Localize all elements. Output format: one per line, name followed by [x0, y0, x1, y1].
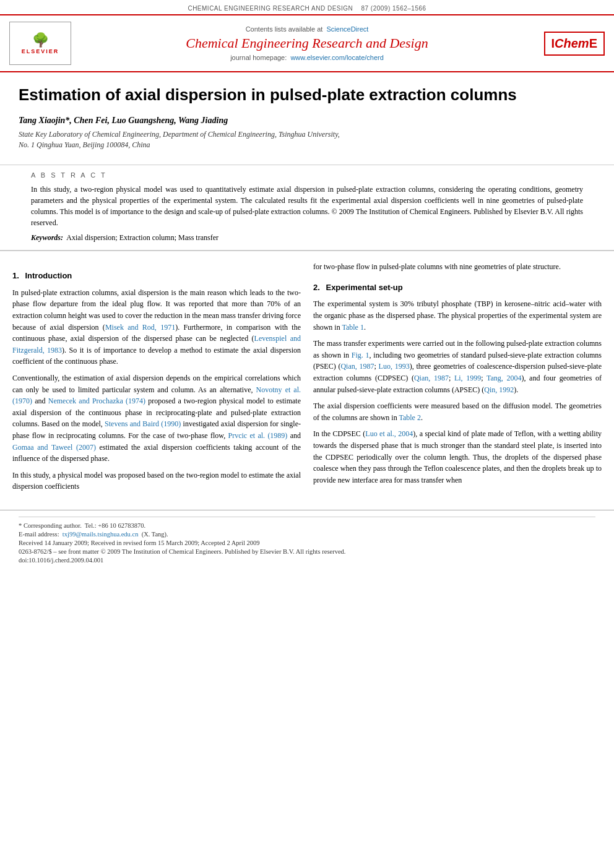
- ref-fig1[interactable]: Fig. 1: [352, 351, 370, 359]
- homepage-label: journal homepage:: [230, 54, 287, 61]
- intro-paragraph-2: Conventionally, the estimation of axial …: [12, 372, 301, 465]
- ref-luo93[interactable]: Luo, 1993: [379, 362, 410, 371]
- elsevier-label: ELSEVIER: [22, 48, 59, 54]
- main-content: 1. Introduction In pulsed-plate extracti…: [0, 251, 614, 497]
- article-authors: Tang Xiaojin*, Chen Fei, Luo Guangsheng,…: [19, 116, 595, 126]
- ref-nemecek[interactable]: Nemecek and Prochazka (1974): [48, 397, 145, 405]
- intro-paragraph-3: In this study, a physical model was prop…: [12, 470, 301, 492]
- doi-line: doi:10.1016/j.cherd.2009.04.001: [19, 557, 595, 564]
- section-1-number: 1.: [12, 271, 19, 280]
- journal-homepage: journal homepage: www.elsevier.com/locat…: [77, 54, 537, 61]
- affiliation-line1: State Key Laboratory of Chemical Enginee…: [19, 130, 340, 139]
- tel-info: Tel.: +86 10 62783870.: [85, 522, 145, 529]
- ref-prvcic[interactable]: Prvcic et al. (1989): [228, 431, 287, 440]
- ref-qian87b[interactable]: Qian, 1987: [414, 374, 449, 382]
- ref-gomaa[interactable]: Gomaa and Taweel (2007): [12, 443, 96, 452]
- email-line: E-mail address: txj99@mails.tsinghua.edu…: [19, 531, 595, 538]
- ichem-box: IChemE: [544, 32, 605, 56]
- ref-table1[interactable]: Table 1: [342, 323, 363, 332]
- exp-paragraph-1: The experimental system is 30% tributyl …: [313, 298, 602, 333]
- keywords-values: Axial dispersion; Extraction column; Mas…: [66, 233, 218, 242]
- contents-text: Contents lists available at: [246, 25, 323, 33]
- sciencedirect-label[interactable]: ScienceDirect: [327, 25, 369, 33]
- page-wrapper: CHEMICAL ENGINEERING RESEARCH AND DESIGN…: [0, 0, 614, 868]
- elsevier-logo: 🌳 ELSEVIER: [9, 22, 71, 65]
- received-line: Received 14 January 2009; Received in re…: [19, 539, 595, 546]
- ref-tang2004[interactable]: Tang, 2004: [486, 374, 521, 382]
- email-person: (X. Tang).: [142, 531, 168, 538]
- left-column: 1. Introduction In pulsed-plate extracti…: [12, 261, 301, 497]
- journal-title: Chemical Engineering Research and Design: [77, 35, 537, 51]
- sciencedirect-link: Contents lists available at ScienceDirec…: [77, 25, 537, 33]
- exp-paragraph-4: In the CDPSEC (Luo et al., 2004), a spec…: [313, 428, 602, 486]
- footer-section: * Corresponding author. Tel.: +86 10 627…: [0, 510, 614, 570]
- journal-info: Contents lists available at ScienceDirec…: [77, 25, 537, 61]
- ref-levenspiel[interactable]: Levenspiel and Fitzgerald, 1983: [12, 334, 301, 355]
- journal-meta: CHEMICAL ENGINEERING RESEARCH AND DESIGN: [188, 5, 353, 12]
- ref-li99[interactable]: Li, 1999: [454, 374, 481, 382]
- corresponding-author: * Corresponding author. Tel.: +86 10 627…: [19, 522, 595, 529]
- section-2-title: Experimental set-up: [326, 283, 402, 292]
- affiliation-line2: No. 1 Qinghua Yuan, Beijing 100084, Chin…: [19, 140, 150, 149]
- email-address[interactable]: txj99@mails.tsinghua.edu.cn: [63, 531, 139, 538]
- footer-rule: [19, 517, 595, 517]
- ref-stevens-baird[interactable]: Stevens and Baird (1990): [105, 419, 181, 428]
- right-intro-continuation: for two-phase flow in pulsed-plate colum…: [313, 261, 602, 273]
- abstract-label: A B S T R A C T: [31, 171, 583, 179]
- top-bar: CHEMICAL ENGINEERING RESEARCH AND DESIGN…: [0, 0, 614, 14]
- ref-table2[interactable]: Table 2: [399, 413, 420, 422]
- elsevier-tree-icon: 🌳: [32, 32, 49, 48]
- section-2-number: 2.: [313, 283, 320, 292]
- ichem-e: E: [589, 37, 597, 50]
- right-column: for two-phase flow in pulsed-plate colum…: [313, 261, 602, 497]
- volume-info: 87 (2009) 1562–1566: [361, 5, 426, 12]
- corresponding-label: * Corresponding author.: [19, 522, 82, 529]
- homepage-url[interactable]: www.elsevier.com/locate/cherd: [290, 54, 383, 61]
- abstract-text: In this study, a two-region physical mod…: [31, 184, 583, 228]
- ref-luo2004[interactable]: Luo et al., 2004: [365, 429, 413, 438]
- section-1-heading: 1. Introduction: [12, 270, 301, 282]
- keywords-label: Keywords:: [31, 233, 63, 242]
- article-title-section: Estimation of axial dispersion in pulsed…: [0, 72, 614, 165]
- section-2-heading: 2. Experimental set-up: [313, 281, 602, 294]
- abstract-section: A B S T R A C T In this study, a two-reg…: [0, 165, 614, 251]
- ichem-chem: Chem: [555, 37, 589, 50]
- exp-paragraph-2: The mass transfer experiments were carri…: [313, 338, 602, 395]
- ref-qian87[interactable]: Qian, 1987: [340, 362, 374, 371]
- issn-line: 0263-8762/$ – see front matter © 2009 Th…: [19, 548, 595, 555]
- section-1-title: Introduction: [25, 271, 72, 280]
- intro-paragraph-1: In pulsed-plate extraction columns, axia…: [12, 287, 301, 367]
- ichem-logo-container: IChemE: [543, 32, 605, 56]
- email-label: E-mail address:: [19, 531, 59, 538]
- journal-header: 🌳 ELSEVIER Contents lists available at S…: [0, 14, 614, 72]
- keywords-line: Keywords: Axial dispersion; Extraction c…: [31, 233, 583, 243]
- exp-paragraph-3: The axial dispersion coefficients were m…: [313, 400, 602, 423]
- ref-qin92[interactable]: Qin, 1992: [484, 385, 514, 394]
- article-title: Estimation of axial dispersion in pulsed…: [19, 85, 595, 106]
- article-affiliation: State Key Laboratory of Chemical Enginee…: [19, 129, 595, 150]
- ref-misek-rod[interactable]: Misek and Rod, 1971: [105, 323, 175, 332]
